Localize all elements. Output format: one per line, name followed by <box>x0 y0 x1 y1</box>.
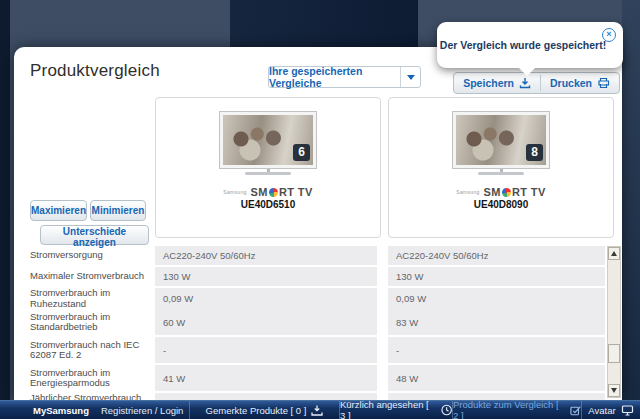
printer-icon <box>597 77 610 89</box>
row-value-2: AC220-240V 50/60Hz <box>388 246 605 265</box>
save-button-label: Speichern <box>463 77 514 89</box>
row-label: Stromversorgung <box>30 246 155 265</box>
tooltip-message: Der Vergleich wurde gespeichert! <box>437 22 609 68</box>
recently-viewed-label: Kürzlich angesehen [ 3 ] <box>340 399 436 419</box>
download-tray-icon <box>311 405 323 416</box>
model-name: UE40D8090 <box>389 199 613 210</box>
print-button-label: Drucken <box>550 77 592 89</box>
page-title: Produktvergleich <box>30 61 160 81</box>
close-icon[interactable]: × <box>602 28 616 42</box>
my-samsung-link[interactable]: MySamsung <box>33 405 89 416</box>
row-label: Jährlicher Stromverbrauch nach <box>30 393 155 400</box>
series-badge: 8 <box>526 144 543 161</box>
maximize-button[interactable]: Maximieren <box>30 200 87 221</box>
row-label: Stromverbrauch im Standardbetrieb <box>30 309 155 335</box>
download-icon <box>519 77 531 89</box>
save-print-group: Speichern Drucken <box>453 72 620 94</box>
bottom-toolbar: MySamsung Registrieren / Login Gemerkte … <box>0 400 640 419</box>
tv-image-1: 6 <box>220 112 316 175</box>
row-value-2: 130 W <box>388 267 605 286</box>
row-value-2: - <box>388 337 605 363</box>
minimize-button[interactable]: Minimieren <box>90 200 146 221</box>
chevron-down-icon[interactable] <box>400 67 420 87</box>
comparison-table: Stromversorgung AC220-240V 50/60Hz AC220… <box>14 246 605 400</box>
avatar-item[interactable]: Avatar <box>582 401 640 419</box>
series-badge: 6 <box>293 144 310 161</box>
smart-logo-left: SM <box>251 186 268 198</box>
row-value-1: 41 W <box>155 365 377 391</box>
model-name: UE40D6510 <box>156 199 380 210</box>
show-differences-button[interactable]: Unterschiede anzeigen <box>40 225 149 245</box>
smart-tv-color-dot-icon <box>502 188 511 197</box>
table-row: Maximaler Stromverbrauch 130 W 130 W <box>14 267 605 286</box>
saved-confirmation-tooltip: Der Vergleich wurde gespeichert! × <box>437 22 623 68</box>
tv-image-2: 8 <box>453 112 549 175</box>
background-right-shade <box>622 0 640 419</box>
row-value-2: 48 W <box>388 365 605 391</box>
scroll-down-button[interactable] <box>608 384 620 397</box>
row-label: Stromverbrauch nach IEC 62087 Ed. 2 <box>30 337 155 363</box>
register-login-link[interactable]: Registrieren / Login <box>101 405 183 416</box>
saved-products-item[interactable]: Gemerkte Produkte [ 0 ] <box>190 401 340 419</box>
product-card-2[interactable]: 8 Samsung SM RT TV UE40D8090 <box>388 97 614 238</box>
smart-logo-right: RT TV <box>279 186 313 198</box>
table-row: Stromverbrauch im Ruhezustand 0,09 W 0,0… <box>14 288 605 307</box>
row-value-1: 60 W <box>155 309 377 335</box>
smart-tv-logo: Samsung SM RT TV <box>389 186 613 198</box>
comparison-panel: Produktvergleich Ihre gespeicherten Verg… <box>14 47 622 400</box>
avatar-label: Avatar <box>588 405 615 416</box>
table-row: Stromversorgung AC220-240V 50/60Hz AC220… <box>14 246 605 265</box>
tv-screen-photo: 8 <box>453 112 549 168</box>
compare-products-label: Produkte zum Vergleich [ 2 ] <box>453 399 565 419</box>
smart-tv-color-dot-icon <box>269 188 278 197</box>
monitor-icon <box>621 405 634 416</box>
page-edge-strip <box>0 0 10 419</box>
scrollbar-thumb[interactable] <box>608 344 620 363</box>
scroll-up-button[interactable] <box>608 247 620 260</box>
row-label: Stromverbrauch im Ruhezustand <box>30 288 155 309</box>
background-banner <box>230 0 418 48</box>
product-card-1[interactable]: 6 Samsung SM RT TV UE40D6510 <box>155 97 381 238</box>
compare-checklist-icon <box>570 405 581 416</box>
tv-stand-base <box>245 172 291 175</box>
saved-products-label: Gemerkte Produkte [ 0 ] <box>206 405 307 416</box>
row-value-2: 83 W <box>388 309 605 335</box>
row-label: Stromverbrauch im Energiesparmodus <box>30 365 155 391</box>
smart-logo-left: SM <box>484 186 501 198</box>
compare-products-item[interactable]: Produkte zum Vergleich [ 2 ] <box>453 401 582 419</box>
brand-mini-label: Samsung <box>456 189 479 195</box>
clock-icon <box>441 404 452 416</box>
brand-mini-label: Samsung <box>223 189 246 195</box>
bottombar-account-segment: MySamsung Registrieren / Login <box>0 401 190 419</box>
row-value-1: 130 W <box>155 267 377 286</box>
product-comparison-page: Produktvergleich Ihre gespeicherten Verg… <box>0 0 640 419</box>
recently-viewed-item[interactable]: Kürzlich angesehen [ 3 ] <box>340 401 453 419</box>
row-value-1: - <box>155 337 377 363</box>
smart-logo-right: RT TV <box>512 186 546 198</box>
table-row: Stromverbrauch nach IEC 62087 Ed. 2 - - <box>14 337 605 363</box>
smart-tv-logo: Samsung SM RT TV <box>156 186 380 198</box>
tv-stand-base <box>478 172 524 175</box>
triangle-down-icon <box>611 388 617 393</box>
print-button[interactable]: Drucken <box>541 73 619 93</box>
table-row: Stromverbrauch im Standardbetrieb 60 W 8… <box>14 309 605 335</box>
row-value-2: 0,09 W <box>388 288 605 309</box>
table-row: Stromverbrauch im Energiesparmodus 41 W … <box>14 365 605 391</box>
row-value-1: AC220-240V 50/60Hz <box>155 246 377 265</box>
row-label: Maximaler Stromverbrauch <box>30 267 155 286</box>
save-button[interactable]: Speichern <box>454 73 540 93</box>
tv-screen-photo: 6 <box>220 112 316 168</box>
table-scrollbar[interactable] <box>607 246 621 398</box>
saved-comparisons-dropdown[interactable]: Ihre gespeicherten Vergleiche <box>268 66 421 88</box>
dropdown-label: Ihre gespeicherten Vergleiche <box>269 67 400 87</box>
triangle-up-icon <box>611 251 617 256</box>
row-value-1: 0,09 W <box>155 288 377 309</box>
